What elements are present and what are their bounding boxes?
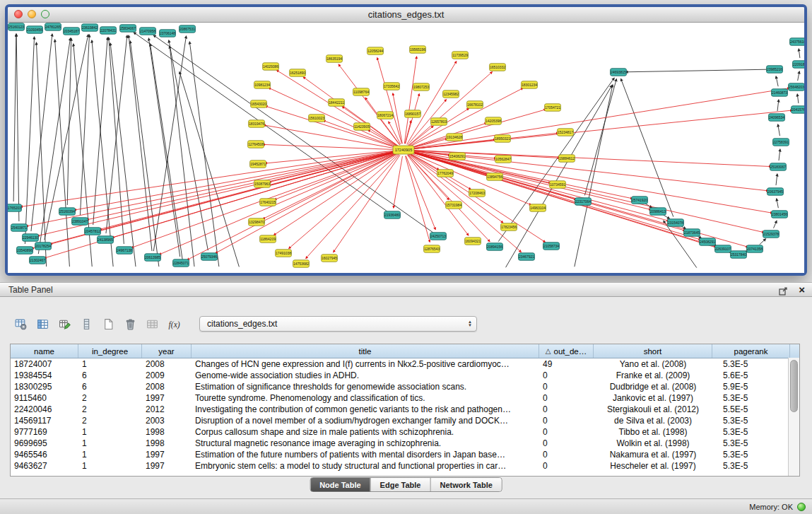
graph-node[interactable]: 18442211 <box>329 99 345 107</box>
graph-node[interactable]: 25741920 <box>632 197 648 204</box>
graph-node[interactable]: 25403871 <box>11 224 28 232</box>
column-header-short[interactable]: short <box>594 344 712 358</box>
network-window-titlebar[interactable]: citations_edges.txt <box>8 7 804 23</box>
delete-button[interactable] <box>121 315 139 332</box>
graph-node[interactable]: 16678102 <box>467 101 483 109</box>
graph-node[interactable]: 16251890 <box>290 69 306 77</box>
graph-node[interactable]: 23891047 <box>72 218 88 226</box>
graph-node[interactable]: 17640215 <box>260 199 276 206</box>
graph-node[interactable]: 18319476 <box>249 120 265 128</box>
graph-node[interactable]: 12657803 <box>431 118 447 126</box>
graph-node[interactable]: 20457812 <box>85 228 101 235</box>
graph-node[interactable]: 20637945 <box>767 188 784 196</box>
graph-node[interactable]: 21936480 <box>384 211 401 219</box>
graph-node[interactable]: 21058734 <box>543 243 560 250</box>
graph-node[interactable]: 17762049 <box>437 170 454 177</box>
graph-node[interactable]: 14029386 <box>263 63 279 71</box>
graph-node[interactable]: 24138965 <box>98 236 114 244</box>
graph-node[interactable]: 22845071 <box>173 259 189 267</box>
table-row[interactable]: 1938455462009Genome-wide association stu… <box>11 370 799 381</box>
graph-node[interactable]: 22639107 <box>715 245 731 253</box>
float-panel-icon[interactable] <box>779 286 788 295</box>
show-hide-columns-button[interactable] <box>33 315 52 332</box>
close-panel-icon[interactable]: × <box>799 284 805 296</box>
graph-node[interactable]: 22946130 <box>23 234 39 242</box>
graph-node[interactable]: 20178254 <box>35 243 52 250</box>
graph-node[interactable]: 24781265 <box>45 23 61 31</box>
graph-node[interactable]: 11864209 <box>260 235 276 243</box>
graph-node[interactable]: 23985216 <box>767 66 783 74</box>
graph-node[interactable]: 12764508 <box>248 141 264 148</box>
scrollbar-track[interactable] <box>788 358 799 476</box>
tab-edge-table[interactable]: Edge Table <box>370 478 430 491</box>
graph-node[interactable]: 24693815 <box>611 69 627 76</box>
graph-node[interactable]: 19884612 <box>559 155 575 163</box>
graph-node[interactable]: 19565196 <box>410 46 426 54</box>
table-row[interactable]: 1456911722003Disruption of a novel membe… <box>11 415 799 426</box>
graph-node[interactable]: 19807253 <box>413 83 430 91</box>
network-table-select[interactable]: citations_edges.txt ▲▼ <box>199 316 477 332</box>
graph-node[interactable]: 17208463 <box>469 189 486 197</box>
graph-node[interactable]: 22078431 <box>100 27 117 35</box>
graph-node[interactable]: 16510332 <box>490 64 506 71</box>
column-header-in_degree[interactable]: in_degree <box>78 344 142 358</box>
graph-node[interactable]: 12345982 <box>443 90 459 98</box>
table-row[interactable]: 977716911998Corpus callosum shape and si… <box>11 426 799 438</box>
graph-node[interactable]: 21873645 <box>684 229 700 237</box>
graph-node[interactable]: 20894156 <box>487 243 503 251</box>
graph-node[interactable]: 21302467 <box>30 257 46 264</box>
table-row[interactable]: 1872400712008Changes of HCN gene express… <box>11 358 799 370</box>
graph-node[interactable]: 15610023 <box>309 115 325 122</box>
graph-node[interactable]: 14753682 <box>293 260 310 268</box>
graph-node[interactable]: 17491038 <box>276 250 292 257</box>
column-header-name[interactable]: name <box>11 344 78 358</box>
graph-node[interactable]: 20986413 <box>650 208 666 216</box>
graph-node[interactable]: 13894756 <box>487 173 503 181</box>
graph-node[interactable]: 19134628 <box>447 134 463 141</box>
graph-node[interactable]: 12876543 <box>424 245 440 253</box>
graph-node[interactable]: 20741358 <box>747 245 763 253</box>
table-row[interactable]: 2242004622012Investigating the contribut… <box>11 404 799 415</box>
import-table-button[interactable] <box>143 315 161 332</box>
graph-node[interactable]: 11423905 <box>354 123 370 131</box>
table-row[interactable]: 946554611997Estimation of the future num… <box>11 449 799 460</box>
graph-node[interactable]: 21470958 <box>140 28 156 35</box>
scrollbar-thumb[interactable] <box>790 360 798 412</box>
graph-node[interactable]: 24250713 <box>430 233 447 240</box>
graph-node[interactable]: 20415769 <box>792 106 805 114</box>
graph-node[interactable]: 24508291 <box>700 238 716 246</box>
new-document-button[interactable] <box>99 315 117 332</box>
graph-node[interactable]: 23154078 <box>668 219 684 227</box>
graph-node[interactable]: 20613985 <box>145 254 161 262</box>
graph-node[interactable]: 17240905 <box>393 146 414 154</box>
graph-node[interactable]: 15408291 <box>449 153 466 160</box>
graph-node[interactable]: 10562847 <box>495 156 512 163</box>
graph-node[interactable]: 19452871 <box>250 160 266 168</box>
tab-network-table[interactable]: Network Table <box>430 478 501 491</box>
graph-node[interactable]: 25648203 <box>789 83 805 91</box>
select-column-button[interactable] <box>77 315 95 332</box>
graph-node[interactable]: 11739529 <box>452 52 469 59</box>
graph-node[interactable]: 24096534 <box>769 114 785 122</box>
graph-node[interactable]: 15234817 <box>558 129 574 136</box>
table-row[interactable]: 969969511998Structural magnetic resonanc… <box>11 438 799 449</box>
graph-node[interactable]: 11098764 <box>353 88 370 96</box>
tab-node-table[interactable]: Node Table <box>310 478 370 491</box>
column-header-pagerank[interactable]: pagerank <box>712 344 790 358</box>
graph-node[interactable]: 24375610 <box>790 38 805 46</box>
graph-node[interactable]: 17054721 <box>545 104 561 112</box>
graph-node[interactable]: 10981234 <box>254 81 271 89</box>
network-canvas[interactable]: 2516012321093456247812652034518723619842… <box>8 23 804 273</box>
graph-node[interactable]: 20345187 <box>64 28 80 35</box>
graph-node[interactable]: 16027945 <box>322 255 338 262</box>
function-builder-button[interactable]: f(x) <box>165 315 183 332</box>
table-options-button[interactable] <box>11 315 30 332</box>
graph-node[interactable]: 25834067 <box>120 25 136 33</box>
graph-node[interactable]: 16890157 <box>405 110 421 118</box>
graph-node[interactable]: 16094321 <box>465 238 481 245</box>
table-row[interactable]: 1830029562008Estimation of significance … <box>11 381 799 392</box>
graph-node[interactable]: 14963104 <box>530 204 546 212</box>
graph-node[interactable]: 25317840 <box>731 251 747 259</box>
graph-node[interactable]: 14205398 <box>486 117 502 125</box>
graph-node[interactable]: 25079346 <box>201 253 218 261</box>
